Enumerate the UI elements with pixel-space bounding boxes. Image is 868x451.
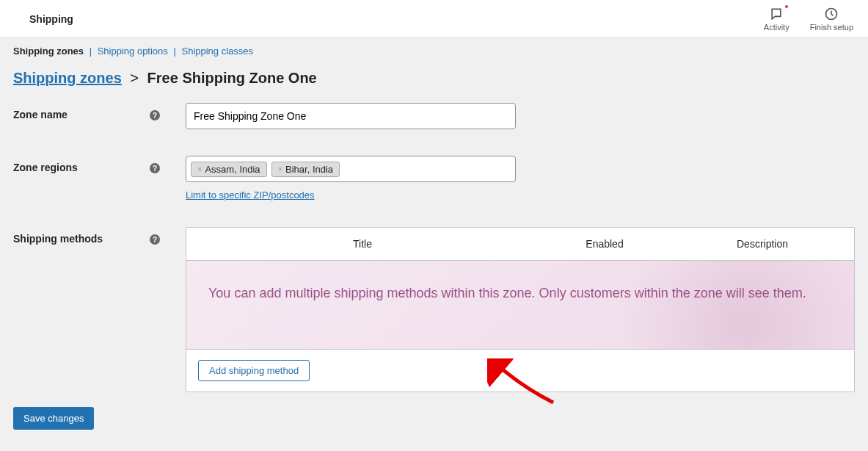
region-tag: × Assam, India [191, 162, 267, 177]
tab-separator: | [173, 46, 175, 57]
methods-table-header: Title Enabled Description [186, 228, 854, 261]
region-tag: × Bihar, India [271, 162, 340, 177]
region-tag-label: Assam, India [205, 164, 260, 175]
methods-placeholder: You can add multiple shipping methods wi… [186, 261, 854, 349]
zone-regions-control: × Assam, India × Bihar, India Limit to s… [186, 156, 516, 201]
shipping-methods-label: Shipping methods ? [13, 227, 160, 245]
column-enabled: Enabled [539, 238, 671, 250]
region-tag-label: Bihar, India [285, 164, 333, 175]
zip-postcodes-link[interactable]: Limit to specific ZIP/postcodes [186, 190, 315, 201]
save-changes-button[interactable]: Save changes [13, 407, 94, 430]
top-bar-actions: Activity Finish setup [764, 7, 853, 32]
clock-icon [824, 7, 839, 21]
breadcrumb-separator: > [130, 70, 139, 86]
annotation-arrow-icon [487, 358, 561, 410]
tab-separator: | [90, 46, 92, 57]
zone-regions-label-text: Zone regions [13, 162, 78, 173]
shipping-methods-table: Title Enabled Description You can add mu… [186, 227, 855, 392]
zone-name-control [186, 103, 516, 129]
zone-regions-input[interactable]: × Assam, India × Bihar, India [186, 156, 516, 182]
column-title: Title [186, 238, 539, 250]
activity-dot [785, 5, 788, 8]
zone-name-row: Zone name ? [13, 103, 855, 129]
breadcrumb-parent-link[interactable]: Shipping zones [13, 70, 122, 86]
help-icon[interactable]: ? [150, 234, 160, 245]
help-icon[interactable]: ? [150, 163, 160, 173]
zone-regions-row: Zone regions ? × Assam, India × Bihar, I… [13, 156, 855, 201]
content-area: Zone name ? Zone regions ? × Assam, Indi… [0, 103, 868, 430]
zone-name-label: Zone name ? [13, 103, 160, 120]
shipping-methods-row: Shipping methods ? Title Enabled Descrip… [13, 227, 855, 392]
activity-button[interactable]: Activity [764, 7, 789, 32]
sub-tabs: Shipping zones | Shipping options | Ship… [0, 38, 868, 57]
tab-shipping-zones[interactable]: Shipping zones [13, 46, 84, 57]
breadcrumb: Shipping zones > Free Shipping Zone One [0, 57, 868, 103]
activity-icon [769, 7, 784, 21]
zone-name-input[interactable] [186, 103, 516, 129]
methods-footer: Add shipping method [186, 349, 854, 392]
tab-shipping-options[interactable]: Shipping options [98, 46, 168, 57]
zone-name-label-text: Zone name [13, 109, 68, 120]
remove-tag-icon[interactable]: × [278, 165, 282, 173]
activity-label: Activity [764, 23, 789, 32]
page-title: Shipping [29, 13, 73, 25]
tab-shipping-classes[interactable]: Shipping classes [181, 46, 253, 57]
finish-setup-button[interactable]: Finish setup [810, 7, 853, 32]
column-description: Description [671, 238, 854, 250]
placeholder-text: You can add multiple shipping methods wi… [208, 283, 832, 304]
shipping-methods-label-text: Shipping methods [13, 233, 103, 245]
add-shipping-method-button[interactable]: Add shipping method [198, 360, 310, 381]
help-icon[interactable]: ? [150, 110, 160, 120]
top-bar: Shipping Activity Finish setup [0, 0, 868, 38]
finish-setup-label: Finish setup [810, 23, 853, 32]
remove-tag-icon[interactable]: × [197, 165, 202, 173]
breadcrumb-current: Free Shipping Zone One [147, 70, 317, 86]
zone-regions-label: Zone regions ? [13, 156, 160, 173]
